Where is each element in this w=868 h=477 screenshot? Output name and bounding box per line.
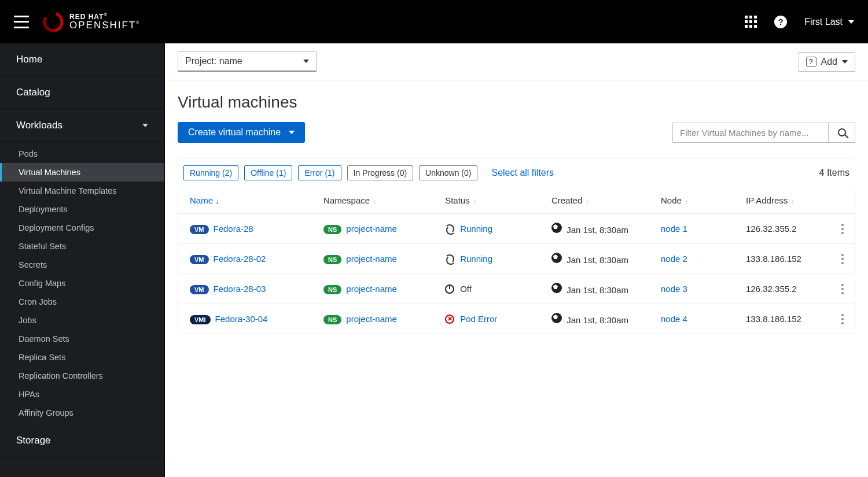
sidebar-sub-item[interactable]: Jobs [0,311,164,330]
chevron-down-icon [842,60,848,64]
sidebar-sub-item[interactable]: Config Maps [0,274,164,293]
row-actions-kebab[interactable] [837,224,848,234]
namespace-link[interactable]: project-name [346,284,397,294]
filter-chip[interactable]: Error (1) [298,165,341,180]
search-button[interactable] [829,123,855,143]
sidebar-sub-item[interactable]: HPAs [0,385,164,404]
vm-name-link[interactable]: Fedora-28-03 [214,284,266,294]
node-link[interactable]: node 1 [661,224,687,234]
filter-chip[interactable]: Offline (1) [244,165,292,180]
user-menu[interactable]: First Last [804,17,854,27]
kind-badge: VM [190,285,209,294]
globe-icon [551,253,562,263]
sidebar-item-workloads[interactable]: Workloads [0,109,164,142]
node-link[interactable]: node 3 [661,284,687,294]
vm-table: Name↓ Namespace↕ Status↕ Created↕ Node↕ [178,187,855,334]
sidebar-item-storage[interactable]: Storage [0,424,164,457]
filter-chip[interactable]: In Progress (0) [347,165,414,180]
app-launcher-icon[interactable] [745,16,757,28]
ns-badge: NS [323,285,341,294]
add-button-label: Add [821,57,837,67]
hamburger-menu-icon[interactable] [14,16,29,28]
filter-input[interactable] [672,123,829,143]
sidebar-sub-item[interactable]: Stateful Sets [0,237,164,256]
vm-name-link[interactable]: Fedora-28 [214,224,253,234]
sidebar-item-home[interactable]: Home [0,43,164,76]
main: Project: name ? Add Virtual machines Cre… [165,43,868,477]
sort-down-icon: ↓ [215,197,219,205]
sidebar-sub-item[interactable]: Replica Sets [0,348,164,367]
status-link[interactable]: Running [460,254,492,264]
sidebar-sub-item[interactable]: Secrets [0,256,164,274]
table-row: VMFedora-28NSproject-nameRunning Jan 1st… [178,214,855,244]
sidebar-sub-item[interactable]: Replication Controllers [0,367,164,385]
sidebar-workloads-sub: PodsVirtual MachinesVirtual Machine Temp… [0,142,164,424]
filter-chip[interactable]: Unknown (0) [419,165,477,180]
ip-text: 133.8.186.152 [746,314,801,324]
ip-text: 126.32.355.2 [746,224,797,234]
sidebar-sub-item[interactable]: Virtual Machine Templates [0,182,164,200]
sync-icon [445,224,454,234]
node-link[interactable]: node 4 [661,314,687,324]
sort-icon: ↕ [685,198,686,205]
create-vm-button-label: Create virtual machine [188,127,281,138]
search-icon [838,128,846,136]
brand-text: RED HAT® OPENSHIFT® [69,13,140,31]
filter-chip[interactable]: Running (2) [183,165,238,180]
col-status[interactable]: Status↕ [433,187,540,214]
power-off-icon [445,284,454,294]
chevron-down-icon [142,124,148,127]
project-selector-label: Project: name [185,56,242,66]
ns-badge: NS [323,225,341,234]
sidebar-sub-item[interactable]: Daemon Sets [0,330,164,348]
globe-icon [551,283,562,293]
sort-icon: ↕ [473,198,475,205]
sidebar-item-catalog[interactable]: Catalog [0,76,164,109]
namespace-link[interactable]: project-name [346,254,397,264]
vm-name-link[interactable]: Fedora-28-02 [214,254,266,264]
table-row: VMIFedora-30-04NSproject-name✕Pod Error … [178,304,855,334]
row-actions-kebab[interactable] [837,314,848,324]
created-text: Jan 1st, 8:30am [567,255,628,265]
create-vm-button[interactable]: Create virtual machine [178,122,305,143]
row-actions-kebab[interactable] [837,284,848,294]
node-link[interactable]: node 2 [661,254,687,264]
col-actions [826,187,855,214]
ip-text: 126.32.355.2 [746,284,797,294]
help-icon[interactable]: ? [774,16,787,28]
created-text: Jan 1st, 8:30am [567,285,628,295]
created-text: Jan 1st, 8:30am [567,315,628,325]
sidebar-sub-item[interactable]: Pods [0,145,164,163]
masthead: RED HAT® OPENSHIFT® ? First Last [0,0,868,43]
col-created[interactable]: Created↕ [540,187,649,214]
sidebar-sub-item[interactable]: Cron Jobs [0,293,164,311]
namespace-link[interactable]: project-name [346,224,397,234]
col-ip[interactable]: IP Address↕ [734,187,826,214]
status-text: Off [460,284,472,294]
row-actions-kebab[interactable] [837,254,848,264]
user-name: First Last [804,17,843,27]
table-row: VMFedora-28-02NSproject-nameRunning Jan … [178,244,855,274]
sidebar-sub-item[interactable]: Virtual Machines [0,163,164,182]
vm-name-link[interactable]: Fedora-30-04 [215,314,268,324]
chevron-down-icon [848,20,854,24]
sidebar-sub-item[interactable]: Affinity Groups [0,404,164,422]
sidebar-sub-item[interactable]: Deployment Configs [0,219,164,237]
namespace-link[interactable]: project-name [346,314,397,324]
status-link[interactable]: Running [460,224,492,234]
col-node[interactable]: Node↕ [649,187,734,214]
select-all-filters[interactable]: Select all filters [491,168,554,178]
sidebar-sub-item[interactable]: Deployments [0,200,164,219]
status-link[interactable]: Pod Error [460,314,497,324]
col-name[interactable]: Name↓ [178,187,312,214]
page-title: Virtual machines [178,93,855,112]
page-header: Virtual machines Create virtual machine [165,80,868,158]
help-outline-icon: ? [806,57,816,67]
col-namespace[interactable]: Namespace↕ [312,187,433,214]
ns-badge: NS [323,255,341,264]
project-selector[interactable]: Project: name [178,51,317,72]
brand: RED HAT® OPENSHIFT® [43,12,140,32]
add-button[interactable]: ? Add [799,52,855,72]
kind-badge: VMI [190,315,211,324]
ip-text: 133.8.186.152 [746,254,801,264]
